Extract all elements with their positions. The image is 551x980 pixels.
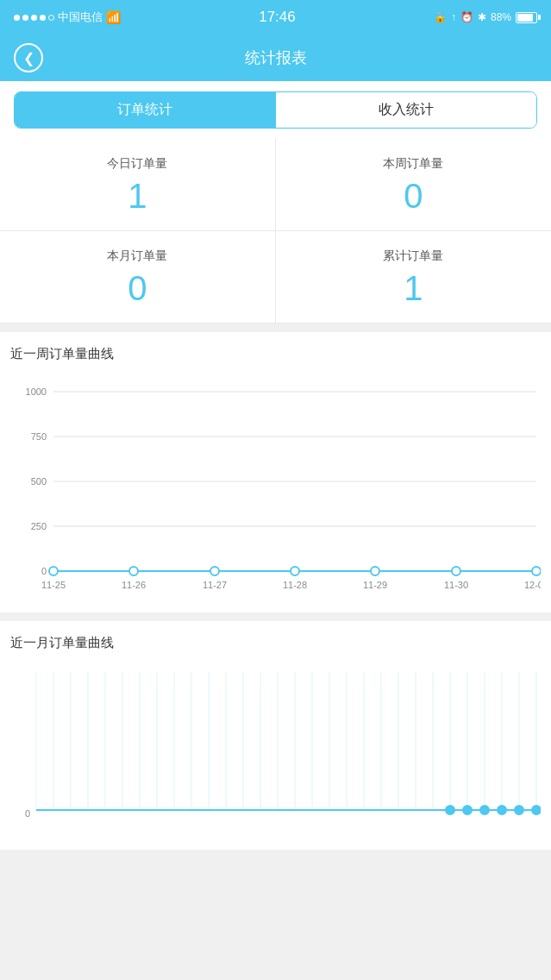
svg-text:1000: 1000 — [26, 386, 47, 397]
month-point-27 — [480, 806, 489, 814]
lock-icon: 🔒 — [434, 11, 447, 23]
svg-text:0: 0 — [25, 808, 30, 819]
week-point-5 — [452, 567, 460, 575]
signal-dot-5 — [48, 15, 54, 21]
wifi-icon: 📶 — [106, 10, 121, 24]
week-point-3 — [291, 567, 299, 575]
week-chart-title: 近一周订单量曲线 — [10, 346, 541, 362]
month-chart-title: 近一月订单量曲线 — [10, 635, 541, 651]
back-icon: ❮ — [23, 50, 34, 66]
svg-text:0: 0 — [41, 566, 47, 576]
svg-text:11-26: 11-26 — [122, 580, 146, 590]
tab-revenue[interactable]: 收入统计 — [276, 92, 537, 128]
month-point-29 — [515, 806, 523, 814]
signal-dot-1 — [14, 15, 20, 21]
stat-month-label: 本月订单量 — [9, 248, 266, 264]
tab-container: 订单统计 收入统计 — [14, 91, 537, 129]
month-point-30 — [532, 806, 541, 814]
nav-bar: ❮ 统计报表 — [0, 35, 551, 81]
week-point-6 — [532, 567, 541, 575]
signal-dot-3 — [31, 15, 37, 21]
svg-text:250: 250 — [31, 521, 47, 531]
week-point-0 — [49, 567, 58, 575]
month-chart-svg: 0 — [10, 663, 541, 836]
svg-text:11-29: 11-29 — [363, 580, 387, 590]
location-icon: ↑ — [451, 11, 456, 23]
carrier-label: 中国电信 — [58, 9, 103, 25]
status-time: 17:46 — [259, 9, 296, 26]
week-point-4 — [371, 567, 379, 575]
svg-text:500: 500 — [31, 476, 47, 487]
svg-text:11-28: 11-28 — [283, 580, 307, 590]
nav-title: 统计报表 — [245, 47, 307, 68]
stat-total-label: 累计订单量 — [285, 248, 543, 264]
svg-text:11-25: 11-25 — [41, 580, 66, 590]
bluetooth-icon: ✱ — [478, 11, 486, 23]
stat-today: 今日订单量 1 — [0, 139, 276, 231]
signal-dots — [14, 15, 54, 21]
svg-text:11-27: 11-27 — [203, 580, 227, 590]
stats-panel: 今日订单量 1 本周订单量 0 本月订单量 0 累计订单量 1 — [0, 139, 551, 324]
signal-dot-4 — [40, 15, 46, 21]
stat-week-label: 本周订单量 — [285, 156, 543, 172]
stat-week: 本周订单量 0 — [276, 139, 552, 231]
week-point-2 — [210, 567, 219, 575]
back-button[interactable]: ❮ — [14, 43, 43, 72]
month-chart-section: 近一月订单量曲线 0 — [0, 621, 551, 850]
month-point-26 — [463, 806, 472, 814]
tab-bar: 订单统计 收入统计 — [0, 81, 551, 139]
status-bar: 中国电信 📶 17:46 🔒 ↑ ⏰ ✱ 88% — [0, 0, 551, 35]
stat-today-value: 1 — [9, 179, 266, 213]
stat-total-value: 1 — [285, 271, 543, 305]
stats-grid: 今日订单量 1 本周订单量 0 本月订单量 0 累计订单量 1 — [0, 139, 551, 324]
battery-percent: 88% — [491, 11, 511, 23]
svg-text:750: 750 — [31, 431, 47, 442]
stat-total: 累计订单量 1 — [276, 231, 552, 324]
svg-text:11-30: 11-30 — [444, 580, 468, 590]
battery-icon — [516, 12, 537, 23]
stat-month: 本月订单量 0 — [0, 231, 276, 324]
stat-week-value: 0 — [285, 179, 543, 213]
tab-orders[interactable]: 订单统计 — [15, 92, 276, 128]
status-left: 中国电信 📶 — [14, 9, 121, 25]
week-chart-svg: 1000 750 500 250 0 11-25 11-26 11-27 11-… — [10, 374, 541, 599]
stat-today-label: 今日订单量 — [9, 156, 266, 172]
status-right: 🔒 ↑ ⏰ ✱ 88% — [434, 11, 537, 23]
svg-text:12-01: 12-01 — [524, 580, 541, 590]
week-point-1 — [129, 567, 138, 575]
stat-month-value: 0 — [9, 271, 266, 305]
signal-dot-2 — [22, 15, 28, 21]
week-chart-section: 近一周订单量曲线 1000 750 500 250 0 11-25 11-26 … — [0, 332, 551, 612]
month-point-25 — [446, 806, 454, 814]
battery-fill — [517, 14, 533, 22]
alarm-icon: ⏰ — [460, 11, 473, 23]
month-point-28 — [498, 806, 506, 814]
